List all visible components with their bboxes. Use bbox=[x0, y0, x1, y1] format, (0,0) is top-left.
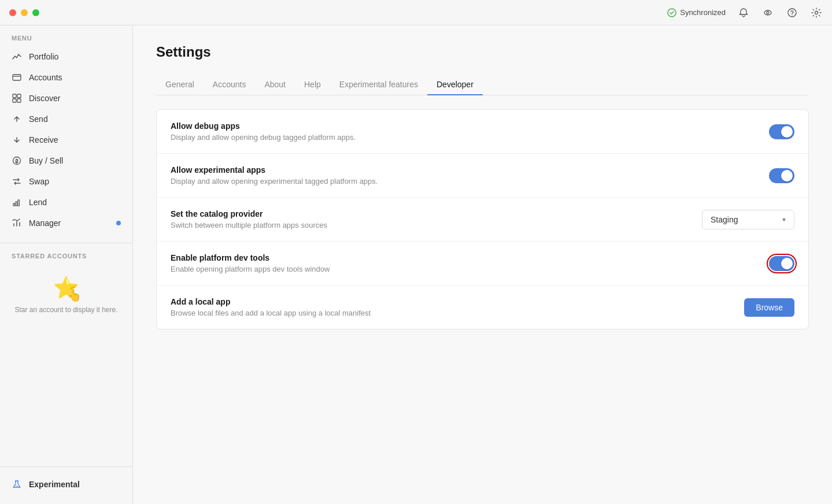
send-icon bbox=[12, 114, 22, 124]
svg-point-15 bbox=[16, 485, 17, 486]
debug-apps-desc: Display and allow opening debug tagged p… bbox=[171, 133, 755, 142]
svg-point-1 bbox=[764, 10, 771, 15]
experimental-apps-control bbox=[769, 168, 794, 183]
page-title: Settings bbox=[156, 44, 809, 60]
experimental-icon bbox=[12, 479, 22, 490]
tab-general[interactable]: General bbox=[156, 74, 204, 95]
sync-status: Synchronized bbox=[667, 8, 726, 17]
sidebar-item-lend[interactable]: Lend bbox=[0, 192, 132, 213]
experimental-label: Experimental bbox=[29, 480, 80, 489]
settings-icon[interactable] bbox=[810, 6, 823, 19]
swap-label: Swap bbox=[29, 177, 49, 186]
sidebar-item-discover[interactable]: Discover bbox=[0, 88, 132, 109]
starred-accounts-section: STARRED ACCOUNTS ⭐👆 Star an account to d… bbox=[0, 243, 132, 327]
app-body: MENU Portfolio Accounts bbox=[0, 25, 832, 504]
settings-row-local-app: Add a local app Browse local files and a… bbox=[157, 286, 808, 329]
catalog-provider-dropdown[interactable]: Staging ▾ bbox=[702, 210, 794, 229]
manager-badge bbox=[116, 221, 121, 225]
sidebar-item-accounts[interactable]: Accounts bbox=[0, 67, 132, 88]
accounts-label: Accounts bbox=[29, 73, 62, 82]
platform-dev-tools-info: Enable platform dev tools Enable opening… bbox=[171, 253, 755, 273]
sidebar: MENU Portfolio Accounts bbox=[0, 25, 133, 504]
receive-icon bbox=[12, 135, 22, 145]
experimental-apps-desc: Display and allow opening experimental t… bbox=[171, 177, 755, 186]
buy-sell-icon bbox=[12, 155, 22, 166]
svg-point-2 bbox=[767, 12, 769, 14]
starred-empty-text: Star an account to display it here. bbox=[14, 305, 117, 315]
star-illustration: ⭐👆 bbox=[53, 276, 79, 300]
portfolio-label: Portfolio bbox=[29, 52, 58, 61]
local-app-control: Browse bbox=[744, 298, 794, 317]
experimental-apps-toggle[interactable] bbox=[769, 168, 794, 183]
settings-row-catalog-provider: Set the catalog provider Switch between … bbox=[157, 198, 808, 242]
settings-row-debug-apps: Allow debug apps Display and allow openi… bbox=[157, 110, 808, 154]
settings-container: Allow debug apps Display and allow openi… bbox=[156, 109, 809, 329]
traffic-lights bbox=[9, 9, 39, 16]
svg-rect-12 bbox=[13, 203, 15, 206]
title-bar: Synchronized bbox=[0, 0, 832, 25]
tabs-bar: General Accounts About Help Experimental… bbox=[156, 74, 809, 95]
catalog-provider-title: Set the catalog provider bbox=[171, 209, 688, 218]
catalog-provider-info: Set the catalog provider Switch between … bbox=[171, 209, 688, 229]
sidebar-item-receive[interactable]: Receive bbox=[0, 129, 132, 150]
platform-dev-tools-title: Enable platform dev tools bbox=[171, 253, 755, 262]
lend-label: Lend bbox=[29, 198, 47, 207]
catalog-provider-value: Staging bbox=[711, 215, 738, 224]
sidebar-item-experimental[interactable]: Experimental bbox=[0, 474, 132, 495]
receive-label: Receive bbox=[29, 135, 58, 144]
tab-accounts[interactable]: Accounts bbox=[204, 74, 256, 95]
debug-apps-info: Allow debug apps Display and allow openi… bbox=[171, 121, 755, 142]
buy-sell-label: Buy / Sell bbox=[29, 156, 63, 165]
svg-rect-9 bbox=[13, 99, 16, 102]
tab-developer[interactable]: Developer bbox=[427, 74, 483, 95]
sync-icon bbox=[667, 8, 676, 17]
close-button[interactable] bbox=[9, 9, 16, 16]
notification-icon[interactable] bbox=[737, 6, 750, 19]
svg-rect-6 bbox=[13, 75, 21, 80]
debug-apps-toggle[interactable] bbox=[769, 124, 794, 139]
sidebar-item-manager[interactable]: Manager bbox=[0, 213, 132, 234]
lend-icon bbox=[12, 197, 22, 207]
help-icon[interactable] bbox=[786, 6, 798, 19]
svg-point-16 bbox=[17, 486, 18, 487]
hand-icon: 👆 bbox=[67, 288, 82, 302]
svg-rect-8 bbox=[17, 94, 21, 98]
accounts-icon bbox=[12, 72, 22, 83]
local-app-title: Add a local app bbox=[171, 297, 730, 306]
sidebar-item-swap[interactable]: Swap bbox=[0, 171, 132, 192]
svg-point-3 bbox=[788, 9, 796, 17]
send-label: Send bbox=[29, 114, 48, 124]
tab-about[interactable]: About bbox=[255, 74, 295, 95]
swap-icon bbox=[12, 176, 22, 187]
sidebar-bottom: Experimental bbox=[0, 466, 132, 495]
svg-point-4 bbox=[792, 14, 792, 15]
browse-button[interactable]: Browse bbox=[744, 298, 794, 317]
discover-label: Discover bbox=[29, 94, 60, 103]
chevron-down-icon: ▾ bbox=[782, 216, 786, 224]
debug-apps-title: Allow debug apps bbox=[171, 121, 755, 131]
catalog-provider-desc: Switch between multiple platform apps so… bbox=[171, 221, 688, 229]
svg-rect-13 bbox=[16, 202, 17, 206]
sidebar-item-buy-sell[interactable]: Buy / Sell bbox=[0, 150, 132, 171]
experimental-apps-info: Allow experimental apps Display and allo… bbox=[171, 165, 755, 186]
settings-row-platform-dev-tools: Enable platform dev tools Enable opening… bbox=[157, 242, 808, 286]
tab-help[interactable]: Help bbox=[295, 74, 330, 95]
platform-dev-tools-toggle[interactable] bbox=[769, 256, 794, 271]
catalog-provider-control: Staging ▾ bbox=[702, 210, 794, 229]
tab-experimental-features[interactable]: Experimental features bbox=[330, 74, 427, 95]
sidebar-item-send[interactable]: Send bbox=[0, 109, 132, 129]
platform-dev-tools-control bbox=[769, 256, 794, 271]
eye-icon[interactable] bbox=[761, 6, 774, 19]
settings-row-experimental-apps: Allow experimental apps Display and allo… bbox=[157, 154, 808, 198]
minimize-button[interactable] bbox=[21, 9, 28, 16]
starred-label: STARRED ACCOUNTS bbox=[0, 253, 132, 264]
svg-rect-14 bbox=[18, 200, 20, 206]
sidebar-item-portfolio[interactable]: Portfolio bbox=[0, 46, 132, 67]
local-app-desc: Browse local files and add a local app u… bbox=[171, 309, 730, 317]
debug-apps-control bbox=[769, 124, 794, 139]
maximize-button[interactable] bbox=[32, 9, 39, 16]
svg-point-5 bbox=[815, 11, 818, 14]
local-app-info: Add a local app Browse local files and a… bbox=[171, 297, 730, 317]
svg-rect-10 bbox=[17, 99, 21, 102]
discover-icon bbox=[12, 93, 22, 103]
